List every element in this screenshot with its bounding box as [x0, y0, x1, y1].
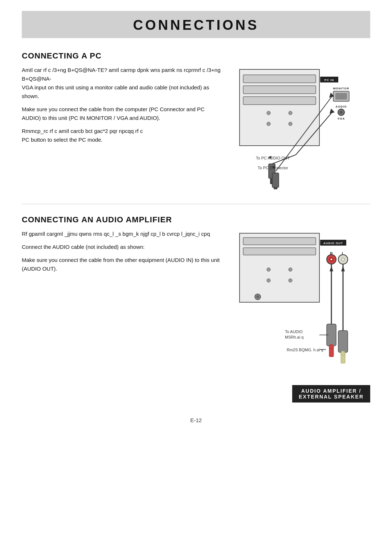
svg-rect-2: [243, 86, 316, 94]
section2-diagram: AUDIO OUT R L: [232, 230, 370, 403]
audio-diagram-svg: AUDIO OUT R L: [236, 230, 370, 382]
svg-point-47: [341, 351, 345, 355]
bottom-label-box: AUDIO AMPLIFIER / EXTERNAL SPEAKER: [292, 385, 370, 403]
svg-point-36: [331, 259, 332, 260]
svg-point-6: [267, 122, 270, 126]
page-title: CONNECTIONS: [22, 17, 370, 33]
section2-para1-garbled: Rf gpamIl cargml _jjmu qwns rms qc_l _s …: [22, 230, 221, 238]
svg-point-5: [289, 111, 292, 115]
pc-in-label: PC IN: [324, 78, 334, 82]
section1-title: CONNECTING A PC: [22, 51, 370, 61]
section-connecting-audio: CONNECTING AN AUDIO AMPLIFIER Rf gpamIl …: [22, 215, 370, 403]
title-bar: CONNECTIONS: [22, 11, 370, 38]
to-audio-label: To AUDIO: [285, 329, 303, 334]
svg-point-7: [289, 122, 292, 126]
svg-rect-20: [272, 173, 279, 187]
section-connecting-pc: CONNECTING A PC AmIl car rf c /3+ng B+QS…: [22, 51, 370, 189]
audio-label: AUDIO: [336, 105, 347, 108]
svg-point-12: [340, 111, 343, 114]
monitor-label: MONITOR: [333, 87, 350, 90]
svg-rect-3: [243, 97, 316, 105]
ms-rh-label: MSRh.ai q: [285, 335, 303, 339]
svg-point-29: [267, 279, 270, 282]
svg-rect-1: [243, 75, 316, 83]
section2-body: Rf gpamIl cargml _jjmu qwns rms qc_l _s …: [22, 230, 370, 403]
svg-rect-26: [243, 248, 316, 255]
pc-diagram-svg: PC IN MONITOR AUDIO VGA: [236, 66, 370, 189]
svg-rect-21: [274, 187, 277, 189]
svg-point-44: [329, 344, 334, 349]
section2-title: CONNECTING AN AUDIO AMPLIFIER: [22, 215, 370, 225]
svg-rect-45: [338, 331, 348, 352]
rm2s-label: Rm2S BQMG. h.ai q: [287, 348, 323, 352]
section1-body: AmIl car rf c /3+ng B+QS@NA-TE? amIl car…: [22, 66, 370, 189]
section1-para2: Make sure you connect the cable from the…: [22, 105, 221, 122]
svg-point-27: [267, 268, 270, 271]
svg-point-28: [289, 268, 292, 271]
svg-point-32: [256, 295, 259, 298]
audio-out-label: AUDIO OUT: [323, 242, 343, 245]
section2-para3: Make sure you connect the cable from the…: [22, 256, 221, 273]
svg-point-30: [289, 279, 292, 282]
section2-para2: Connect the AUDIO cable (not included) a…: [22, 243, 221, 251]
section1-para1-garbled: AmIl car rf c /3+ng B+QS@NA-TE? amIl car…: [22, 66, 221, 101]
svg-rect-25: [243, 238, 316, 245]
svg-marker-49: [341, 266, 345, 271]
to-pc-audio-label: To PC AUDIO OUT: [256, 156, 290, 160]
section1-text: AmIl car rf c /3+ng B+QS@NA-TE? amIl car…: [22, 66, 221, 149]
bottom-label-line1: AUDIO AMPLIFIER /: [299, 388, 364, 394]
svg-marker-15: [330, 109, 335, 114]
section2-text: Rf gpamIl cargml _jjmu qwns rms qc_l _s …: [22, 230, 221, 278]
svg-marker-48: [330, 266, 333, 271]
page: CONNECTIONS CONNECTING A PC AmIl car rf …: [0, 0, 392, 550]
svg-point-39: [342, 259, 344, 260]
bottom-label-line2: EXTERNAL SPEAKER: [299, 394, 364, 400]
svg-rect-10: [335, 93, 347, 100]
section-divider: [22, 204, 370, 204]
vga-label: VGA: [338, 117, 345, 120]
section1-diagram: PC IN MONITOR AUDIO VGA: [232, 66, 370, 189]
section1-para3: Rmmcp_rc rf c amIl carcb bct gac*2 pqr n…: [22, 127, 221, 144]
svg-point-4: [267, 111, 270, 115]
page-number: E-12: [22, 417, 370, 423]
